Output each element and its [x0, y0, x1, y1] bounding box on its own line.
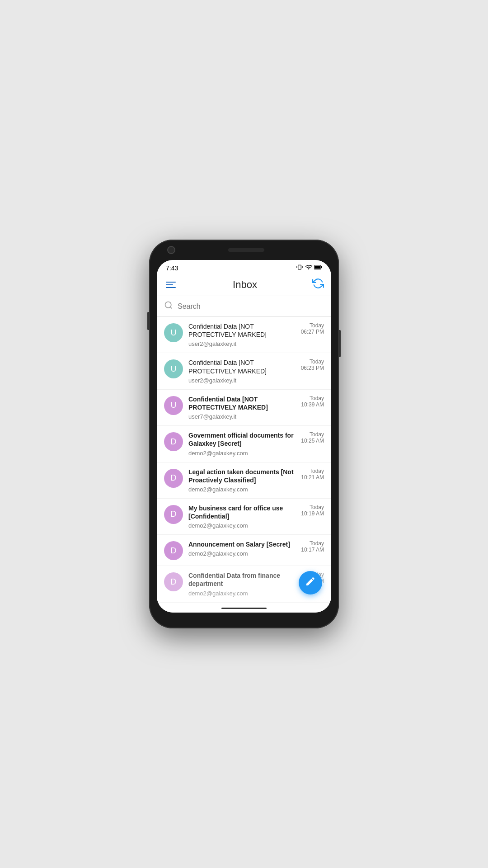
svg-rect-0 [298, 265, 301, 269]
battery-icon [314, 264, 322, 272]
email-time: 06:23 PM [301, 365, 324, 371]
avatar: D [164, 505, 183, 524]
avatar: D [164, 572, 183, 591]
email-sender: demo2@galaxkey.com [188, 522, 297, 529]
email-date: Today [301, 540, 324, 547]
svg-rect-3 [314, 266, 320, 269]
search-input-wrapper [164, 301, 324, 312]
vibrate-icon [296, 264, 303, 272]
email-subject: Legal action taken documents [Not Proact… [188, 468, 297, 484]
email-sender: demo2@galaxkey.com [188, 590, 297, 597]
svg-point-4 [165, 302, 171, 308]
page-title: Inbox [233, 279, 257, 291]
email-date: Today [301, 468, 324, 474]
phone-frame: 7:43 [149, 240, 339, 628]
email-list-item[interactable]: U Confidential Data [NOT PROTECTIVELY MA… [157, 390, 331, 426]
status-time: 7:43 [166, 264, 178, 272]
email-time: 06:27 PM [301, 329, 324, 335]
email-subject: Confidential Data [NOT PROTECTIVELY MARK… [188, 359, 297, 375]
email-time: 10:19 AM [301, 510, 324, 517]
status-icons [296, 264, 322, 272]
bottom-nav [157, 604, 331, 613]
email-time-block: Today 10:25 AM [301, 431, 324, 444]
email-date: Today [301, 359, 324, 365]
email-content: Confidential Data [NOT PROTECTIVELY MARK… [188, 395, 297, 420]
email-subject: Confidential Data from finance departmen… [188, 571, 297, 588]
email-content: Announcement on Salary [Secret] demo2@ga… [188, 540, 297, 557]
email-content: My business card for office use [Confide… [188, 504, 297, 529]
speaker [228, 248, 264, 252]
avatar: D [164, 469, 183, 488]
hamburger-line-2 [166, 284, 173, 285]
hamburger-line-1 [166, 282, 176, 283]
email-sender: user2@galaxkey.it [188, 340, 297, 347]
search-input[interactable] [178, 302, 324, 311]
svg-rect-2 [321, 266, 322, 269]
avatar: U [164, 359, 183, 378]
notch-area [149, 246, 339, 254]
email-time: 10:39 AM [301, 401, 324, 408]
email-list: U Confidential Data [NOT PROTECTIVELY MA… [157, 317, 331, 603]
email-time: 10:25 AM [301, 438, 324, 444]
app-header: Inbox [157, 274, 331, 296]
hamburger-line-3 [166, 287, 176, 288]
email-date: Today [301, 395, 324, 401]
camera [167, 246, 175, 254]
email-time: 10:21 AM [301, 474, 324, 481]
avatar: U [164, 323, 183, 342]
email-time-block: Today 10:39 AM [301, 395, 324, 408]
avatar: U [164, 396, 183, 415]
email-sender: user2@galaxkey.it [188, 377, 297, 384]
avatar: D [164, 432, 183, 451]
email-sender: demo2@galaxkey.com [188, 486, 297, 493]
email-time-block: Today 06:23 PM [301, 359, 324, 371]
volume-button [147, 312, 149, 330]
email-sender: demo2@galaxkey.com [188, 450, 297, 457]
email-subject: My business card for office use [Confide… [188, 504, 297, 520]
hamburger-menu-button[interactable] [164, 280, 178, 290]
avatar: D [164, 541, 183, 560]
status-bar: 7:43 [157, 260, 331, 274]
search-bar [157, 296, 331, 317]
email-list-item[interactable]: U Confidential Data [NOT PROTECTIVELY MA… [157, 353, 331, 389]
email-list-item[interactable]: D My business card for office use [Confi… [157, 499, 331, 535]
email-sender: demo2@galaxkey.com [188, 550, 297, 557]
email-content: Government official documents for Galaxk… [188, 431, 297, 456]
email-list-item[interactable]: D Government official documents for Gala… [157, 426, 331, 462]
email-sender: user7@galaxkey.it [188, 413, 297, 420]
email-list-item[interactable]: U Confidential Data [NOT PROTECTIVELY MA… [157, 317, 331, 353]
email-date: Today [301, 504, 324, 510]
compose-icon [305, 576, 316, 590]
search-icon [164, 301, 173, 312]
email-list-container: U Confidential Data [NOT PROTECTIVELY MA… [157, 317, 331, 604]
email-content: Confidential Data from finance departmen… [188, 571, 297, 596]
svg-line-5 [170, 307, 172, 309]
email-time-block: Today 10:17 AM [301, 540, 324, 553]
sync-icon[interactable] [312, 278, 324, 292]
email-subject: Confidential Data [NOT PROTECTIVELY MARK… [188, 395, 297, 411]
email-time-block: Today 10:19 AM [301, 504, 324, 517]
email-date: Today [301, 322, 324, 329]
email-subject: Confidential Data [NOT PROTECTIVELY MARK… [188, 322, 297, 339]
phone-screen: 7:43 [157, 260, 331, 613]
power-button [339, 330, 341, 357]
email-content: Confidential Data [NOT PROTECTIVELY MARK… [188, 359, 297, 383]
email-list-item[interactable]: D Announcement on Salary [Secret] demo2@… [157, 535, 331, 566]
email-time: 10:17 AM [301, 547, 324, 553]
email-content: Confidential Data [NOT PROTECTIVELY MARK… [188, 322, 297, 347]
email-time-block: Today 06:27 PM [301, 322, 324, 335]
nav-indicator [221, 608, 267, 609]
email-subject: Announcement on Salary [Secret] [188, 540, 297, 548]
compose-button[interactable] [299, 571, 322, 594]
email-list-item[interactable]: D Legal action taken documents [Not Proa… [157, 462, 331, 499]
wifi-icon [305, 264, 312, 272]
email-time-block: Today 10:21 AM [301, 468, 324, 481]
email-subject: Government official documents for Galaxk… [188, 431, 297, 448]
email-content: Legal action taken documents [Not Proact… [188, 468, 297, 493]
email-date: Today [301, 431, 324, 438]
